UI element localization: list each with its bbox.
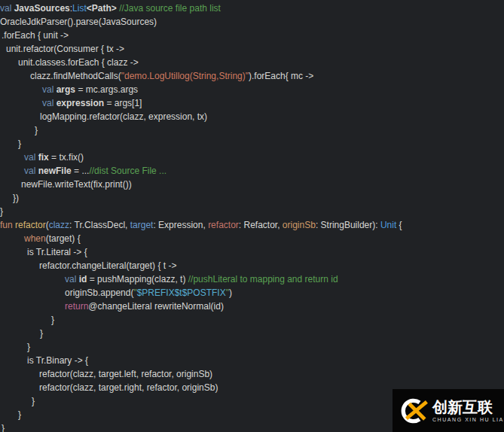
code-line: } bbox=[0, 340, 504, 354]
code-line: } bbox=[0, 205, 504, 218]
code-token: } bbox=[51, 315, 54, 325]
code-line: } bbox=[0, 313, 504, 327]
code-line: val newFile = ...//dist Source File ... bbox=[0, 164, 504, 178]
code-token: newFile.writeText(fix.print()) bbox=[21, 179, 132, 190]
code-token: $PREFIX$t$POSTFIX bbox=[137, 287, 226, 298]
code-token: originSb.append( bbox=[65, 287, 133, 298]
code-token: ).forEach{ mc -> bbox=[249, 71, 313, 81]
code-token: } bbox=[18, 138, 21, 149]
code-token: refactor(clazz, target.right, refactor, … bbox=[39, 382, 218, 393]
code-token: refactor.changeLiteral(target) { t -> bbox=[39, 260, 176, 271]
code-token: //Java source file path list bbox=[119, 3, 221, 14]
code-token: @changeLiteral rewriteNormal(id) bbox=[88, 301, 224, 312]
code-token: val bbox=[42, 98, 57, 108]
code-token: (target) { bbox=[46, 233, 81, 244]
code-line: return@changeLiteral rewriteNormal(id) bbox=[0, 300, 504, 313]
code-token: } bbox=[32, 396, 35, 406]
code-line: } bbox=[0, 327, 504, 340]
code-token: : StringBuilder): bbox=[316, 220, 380, 230]
code-line: is Tr.Literal -> { bbox=[0, 245, 504, 259]
code-line: unit.classes.forEach { clazz -> bbox=[0, 56, 504, 69]
code-token: val bbox=[42, 84, 57, 95]
code-token: <Path> bbox=[87, 3, 117, 14]
code-token: is Tr.Binary -> { bbox=[27, 355, 88, 366]
code-line: } bbox=[0, 137, 504, 151]
code-token: val bbox=[65, 274, 79, 284]
code-token: fix bbox=[38, 152, 49, 163]
code-token: target bbox=[130, 220, 154, 230]
code-area: val JavaSources:List<Path> //Java source… bbox=[0, 0, 504, 432]
code-token: refactor(clazz, target.left, refactor, o… bbox=[39, 369, 212, 379]
code-line: refactor.changeLiteral(target) { t -> bbox=[0, 259, 504, 272]
code-token: val bbox=[24, 152, 38, 163]
code-token: when bbox=[24, 233, 46, 244]
code-line: unit.refactor(Consumer { tx -> bbox=[0, 42, 504, 56]
code-token: originSb bbox=[283, 220, 316, 230]
code-token: } bbox=[2, 423, 5, 432]
code-token: refactor bbox=[208, 220, 239, 230]
watermark: 创新互联 CHUANG XIN HU LIAN bbox=[393, 389, 504, 432]
code-token: { bbox=[396, 220, 402, 230]
code-token: refactor bbox=[15, 220, 46, 230]
code-token: = mc.args.args bbox=[75, 84, 138, 95]
brand-logo-icon bbox=[399, 397, 428, 425]
code-token: val bbox=[24, 166, 38, 176]
code-token: clazz bbox=[49, 220, 69, 230]
code-line: val args = mc.args.args bbox=[0, 83, 504, 96]
code-token: : Tr.ClassDecl, bbox=[69, 220, 130, 230]
code-line: fun refactor(clazz: Tr.ClassDecl, target… bbox=[0, 218, 504, 232]
code-token: = tx.fix() bbox=[49, 152, 84, 163]
code-token: .forEach { unit -> bbox=[2, 30, 69, 41]
code-token: = pushMapping(clazz, t) bbox=[87, 274, 188, 284]
code-line: } bbox=[0, 123, 504, 137]
code-token: args bbox=[57, 84, 75, 95]
code-token: OracleJdkParser().parse(JavaSources) bbox=[0, 17, 157, 27]
code-token: unit.refactor(Consumer { tx -> bbox=[6, 44, 124, 54]
code-token: List bbox=[72, 3, 87, 14]
code-line: }) bbox=[0, 191, 504, 205]
watermark-text: 创新互联 CHUANG XIN HU LIAN bbox=[432, 400, 504, 422]
code-line: logMapping.refactor(clazz, expression, t… bbox=[0, 110, 504, 123]
code-token: return bbox=[65, 301, 88, 312]
code-token: : Expression, bbox=[153, 220, 208, 230]
watermark-sub-text: CHUANG XIN HU LIAN bbox=[432, 417, 504, 422]
code-token: id bbox=[79, 274, 87, 284]
code-token: val bbox=[0, 3, 14, 14]
code-token: //dist Source File ... bbox=[89, 166, 166, 176]
code-line: originSb.append("$PREFIX$t$POSTFIX") bbox=[0, 286, 504, 300]
code-line: when(target) { bbox=[0, 232, 504, 245]
code-token: expression bbox=[57, 98, 104, 108]
code-token: unit.classes.forEach { clazz -> bbox=[18, 57, 139, 68]
code-token: } bbox=[27, 342, 30, 352]
code-token: Unit bbox=[380, 220, 396, 230]
code-token: : Refactor, bbox=[239, 220, 283, 230]
code-token: } bbox=[35, 125, 38, 135]
watermark-brand-text: 创新互联 bbox=[432, 400, 504, 415]
code-token: } bbox=[18, 409, 21, 420]
code-token: is Tr.Literal -> { bbox=[27, 247, 87, 257]
code-token: }) bbox=[13, 193, 19, 203]
code-line: val id = pushMapping(clazz, t) //pushLit… bbox=[0, 272, 504, 286]
code-line: OracleJdkParser().parse(JavaSources) bbox=[0, 15, 504, 29]
code-line: refactor(clazz, target.left, refactor, o… bbox=[0, 367, 504, 381]
code-token: } bbox=[40, 328, 43, 339]
code-token: = ... bbox=[72, 166, 90, 176]
code-token: fun bbox=[0, 220, 15, 230]
code-line: val fix = tx.fix() bbox=[0, 151, 504, 164]
code-token: clazz.findMethodCalls( bbox=[30, 71, 121, 81]
code-token: } bbox=[0, 206, 3, 217]
code-line: newFile.writeText(fix.print()) bbox=[0, 178, 504, 191]
code-token: = args[1] bbox=[104, 98, 142, 108]
code-line: .forEach { unit -> bbox=[0, 29, 504, 42]
code-line: val JavaSources:List<Path> //Java source… bbox=[0, 2, 504, 15]
code-token: //pushLiteral to mapping and return id bbox=[188, 274, 338, 284]
code-token: newFile bbox=[38, 166, 72, 176]
code-token: "demo.LogUtillog(String,String)" bbox=[121, 71, 249, 81]
code-line: is Tr.Binary -> { bbox=[0, 354, 504, 367]
code-token: ) bbox=[229, 287, 232, 298]
code-line: clazz.findMethodCalls("demo.LogUtillog(S… bbox=[0, 69, 504, 83]
code-line: val expression = args[1] bbox=[0, 96, 504, 110]
code-token: JavaSources bbox=[14, 3, 70, 14]
code-token: logMapping.refactor(clazz, expression, t… bbox=[40, 111, 207, 122]
